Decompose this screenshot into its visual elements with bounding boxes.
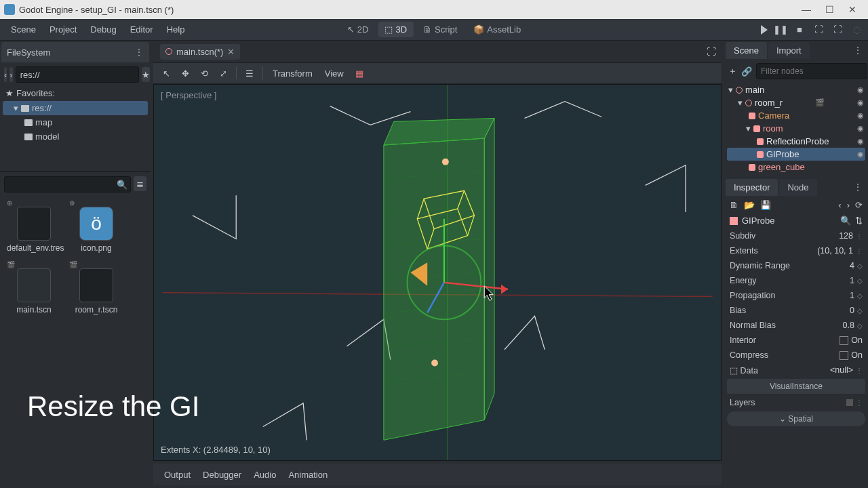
node-camera[interactable]: Camera◉ (727, 109, 865, 122)
prop-layers[interactable]: Layers⋮ (724, 395, 868, 410)
import-tab[interactable]: Import (768, 42, 810, 59)
scene-tabs-bar: main.tscn(*) ✕ ⛶ (151, 41, 724, 62)
workspace-3d-button[interactable]: ⬚ 3D (378, 22, 414, 37)
instance-scene-button[interactable]: 🔗 (741, 66, 752, 77)
window-minimize-button[interactable]: — (795, 0, 818, 19)
history-button[interactable]: ⟳ (855, 200, 863, 210)
prop-subdiv[interactable]: Subdiv128⋮ (724, 228, 868, 243)
nav-forward-button[interactable]: › (9, 67, 12, 82)
dock-options-icon[interactable]: ⋮ (849, 42, 867, 59)
stop-button[interactable]: ■ (793, 24, 806, 36)
svg-marker-21 (501, 285, 508, 294)
node-main[interactable]: ▾ main◉ (727, 83, 865, 96)
dock-options-icon[interactable]: ⋮ (134, 47, 144, 58)
play-scene-button[interactable]: ⛶ (812, 24, 825, 36)
transform-menu[interactable]: Transform (267, 68, 318, 79)
fs-root-folder[interactable]: ▾ res:// (3, 101, 148, 115)
rotate-mode-button[interactable]: ⟲ (195, 65, 213, 81)
prop-interior[interactable]: InteriorOn (724, 333, 868, 348)
svg-marker-2 (384, 138, 484, 440)
prop-compress[interactable]: CompressOn (724, 348, 868, 363)
close-tab-icon[interactable]: ✕ (227, 47, 235, 57)
visibility-icon[interactable]: ◉ (857, 124, 864, 133)
file-view-toggle-button[interactable]: ≣ (134, 176, 146, 191)
open-scene-icon[interactable]: 🎬 (815, 98, 825, 107)
move-mode-button[interactable]: ✥ (176, 65, 194, 81)
file-room-r-tscn[interactable]: 🎬 room_r.tscn (69, 261, 123, 314)
distraction-free-icon[interactable]: ⛶ (707, 46, 720, 57)
node-room-r[interactable]: ▾ room_r🎬◉ (727, 96, 865, 109)
section-visualinstance[interactable]: VisualInstance (727, 379, 865, 394)
node-giprobe[interactable]: GIProbe◉ (727, 148, 865, 161)
view-menu[interactable]: View (319, 68, 349, 79)
menu-help[interactable]: Help (160, 20, 192, 39)
favorite-toggle-button[interactable]: ★ (142, 67, 150, 82)
file-main-tscn[interactable]: 🎬 main.tscn (7, 261, 61, 314)
visibility-icon[interactable]: ◉ (857, 111, 864, 120)
bottom-debugger-tab[interactable]: Debugger (203, 470, 241, 480)
scene-tab-main[interactable]: main.tscn(*) ✕ (160, 44, 240, 60)
file-icon-png[interactable]: ⊕ ö icon.png (69, 199, 123, 253)
toggle-button[interactable]: ⇅ (855, 216, 863, 226)
visibility-icon[interactable]: ◉ (857, 150, 864, 159)
prop-data[interactable]: ⬚ Data<null>⋮ (724, 363, 868, 378)
history-forward-button[interactable]: › (847, 200, 850, 210)
viewport-status: Extents X: (2.84489, 10, 10) (161, 445, 271, 455)
dock-options-icon[interactable]: ⋮ (849, 179, 867, 196)
section-spatial[interactable]: ⌄ Spatial (727, 411, 865, 426)
3d-viewport[interactable]: [ Perspective ] (153, 84, 722, 461)
bottom-animation-tab[interactable]: Animation (288, 470, 328, 480)
menu-debug[interactable]: Debug (83, 20, 123, 39)
favorites-label: ★ Favorites: (0, 85, 151, 101)
history-back-button[interactable]: ‹ (838, 200, 841, 210)
list-select-button[interactable]: ☰ (241, 65, 258, 81)
play-button[interactable] (761, 25, 768, 35)
prop-bias[interactable]: Bias0◇ (724, 303, 868, 318)
workspace-script-button[interactable]: 🗎 Script (416, 22, 464, 37)
visibility-icon[interactable]: ◉ (857, 85, 864, 94)
prop-extents[interactable]: Extents(10, 10, 1⋮ (724, 243, 868, 258)
file-default-env[interactable]: ⊕ default_env.tres (7, 199, 61, 253)
window-close-button[interactable]: ✕ (841, 0, 864, 19)
bottom-audio-tab[interactable]: Audio (254, 470, 276, 480)
prop-energy[interactable]: Energy1◇ (724, 273, 868, 288)
bottom-output-tab[interactable]: Output (164, 470, 191, 480)
prop-dynamic-range[interactable]: Dynamic Range4◇ (724, 258, 868, 273)
menu-editor[interactable]: Editor (123, 20, 160, 39)
svg-marker-4 (484, 118, 494, 420)
file-search-input[interactable]: 🔍 (4, 176, 131, 192)
node-reflectionprobe[interactable]: ReflectionProbe◉ (727, 135, 865, 148)
spatial-toolbar: ↖ ✥ ⟲ ⤢ ☰ Transform View ▦ (153, 62, 722, 84)
workspace-2d-button[interactable]: ↖ 2D (340, 22, 376, 37)
preview-sun-button[interactable]: ▦ (351, 65, 368, 81)
new-resource-button[interactable]: 🗎 (730, 200, 738, 210)
scene-tab[interactable]: Scene (726, 42, 767, 59)
scene-dock: Scene Import ⋮ ＋ 🔗 🔍 ⇱ ▾ main◉ ▾ room_r🎬… (724, 41, 868, 175)
play-custom-button[interactable]: ⛶ (831, 24, 844, 36)
pause-button[interactable]: ❚❚ (774, 24, 787, 36)
fs-folder-model[interactable]: model (0, 129, 151, 144)
fs-folder-map[interactable]: map (0, 115, 151, 129)
node-room[interactable]: ▾ room◉ (727, 122, 865, 135)
path-input[interactable] (16, 66, 139, 83)
load-resource-button[interactable]: 📂 (744, 200, 755, 210)
select-mode-button[interactable]: ↖ (157, 65, 175, 81)
save-resource-button[interactable]: 💾 (760, 200, 771, 210)
node-green-cube[interactable]: green_cube (727, 161, 865, 174)
menu-scene[interactable]: Scene (4, 20, 43, 39)
window-maximize-button[interactable]: ☐ (818, 0, 841, 19)
node-tab[interactable]: Node (779, 179, 816, 196)
nav-back-button[interactable]: ‹ (4, 67, 7, 82)
visibility-icon[interactable]: ◉ (857, 98, 864, 107)
filter-nodes-input[interactable] (756, 63, 867, 79)
viewport-label[interactable]: [ Perspective ] (161, 90, 216, 100)
search-icon[interactable]: 🔍 (840, 216, 851, 226)
visibility-icon[interactable]: ◉ (857, 137, 864, 146)
workspace-assetlib-button[interactable]: 📦 AssetLib (467, 22, 528, 37)
add-node-button[interactable]: ＋ (728, 65, 737, 77)
inspector-tab[interactable]: Inspector (726, 179, 778, 196)
scale-mode-button[interactable]: ⤢ (214, 65, 232, 81)
menu-project[interactable]: Project (43, 20, 83, 39)
prop-normal-bias[interactable]: Normal Bias0.8◇ (724, 318, 868, 333)
prop-propagation[interactable]: Propagation1◇ (724, 288, 868, 303)
